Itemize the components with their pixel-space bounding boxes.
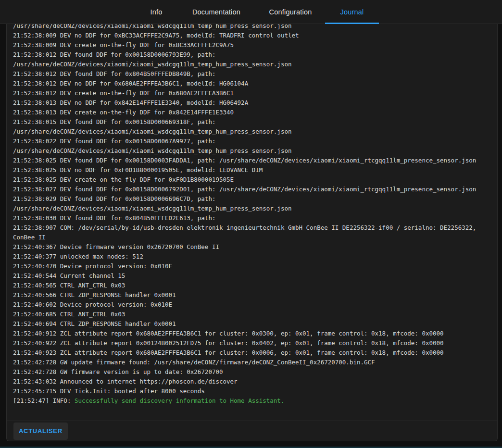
log-line: 21:52:38:025 DEV no DDF for 0xF0D1B80000…	[13, 165, 491, 175]
log-line: 21:52:40:694 CTRL ZDP_RESPONSE handler 0…	[13, 319, 491, 329]
tab-info[interactable]: Info	[136, 0, 177, 24]
log-line: /usr/share/deCONZ/devices/xiaomi/xiaomi_…	[13, 60, 491, 69]
log-line: 21:52:40:470 Device protocol version: 0x…	[13, 261, 491, 271]
log-line: 21:52:38:012 DEV found DDF for 0x00158D0…	[13, 50, 491, 60]
log-info-prefix: [21:52:47] INFO:	[13, 397, 75, 404]
log-line: 21:52:40:602 Device protocol version: 0x…	[13, 300, 491, 310]
log-line: 21:52:38:013 DEV create on-the-fly DDF f…	[13, 108, 491, 117]
log-line: 21:52:38:027 DEV found DDF for 0x00158D0…	[13, 185, 491, 194]
log-line: ConBee II	[13, 233, 491, 242]
log-line: 21:52:40:377 unlocked max nodes: 512	[13, 252, 491, 261]
log-line: 21:52:38:015 DEV found DDF for 0x00158D0…	[13, 117, 491, 127]
log-line: /usr/share/deCONZ/devices/xiaomi/xiaomi_…	[13, 127, 491, 137]
log-line: /usr/share/deCONZ/devices/xiaomi/xiaomi_…	[13, 146, 491, 156]
log-line: 21:52:38:907 COM: /dev/serial/by-id/usb-…	[13, 223, 491, 233]
log-line: 21:52:38:030 DEV found DDF for 0x804B50F…	[13, 213, 491, 223]
footer-actions: ACTUALISER	[7, 421, 497, 441]
log-line: 21:52:43:032 Announced to internet https…	[13, 377, 491, 386]
log-line: 21:52:38:012 DEV no DDF for 0x680AE2FFFE…	[13, 79, 491, 88]
tab-bar: InfoDocumentationConfigurationJournal	[0, 0, 502, 24]
log-line: 21:52:40:544 Current channel 15	[13, 271, 491, 281]
log-line: 21:52:42:728 GW update firmware found: /…	[13, 358, 491, 367]
log-line: 21:52:38:025 DEV create on-the-fly DDF f…	[13, 175, 491, 185]
log-line: 21:52:40:922 ZCL attribute report 0x0012…	[13, 338, 491, 348]
log-output[interactable]: /usr/share/deCONZ/devices/xiaomi/xiaomi_…	[7, 24, 497, 421]
log-line: 21:52:38:029 DEV found DDF for 0x00158D0…	[13, 194, 491, 204]
refresh-button[interactable]: ACTUALISER	[13, 423, 68, 440]
journal-card: /usr/share/deCONZ/devices/xiaomi/xiaomi_…	[6, 24, 498, 441]
log-line: 21:52:38:025 DEV found DDF for 0x00158D0…	[13, 156, 491, 165]
log-line: 21:52:42:728 GW firmware version is up t…	[13, 367, 491, 377]
log-line: 21:52:40:565 CTRL ANT_CTRL 0x03	[13, 281, 491, 290]
log-line: /usr/share/deCONZ/devices/xiaomi/xiaomi_…	[13, 204, 491, 213]
log-line: 21:52:38:022 DEV found DDF for 0x00158D0…	[13, 137, 491, 146]
log-line: /usr/share/deCONZ/devices/xiaomi/xiaomi_…	[13, 24, 491, 31]
log-line: 21:52:40:912 ZCL attribute report 0x680A…	[13, 329, 491, 338]
log-line: [21:52:47] INFO: Successfully send disco…	[13, 396, 491, 406]
log-success-text: Successfully send discovery information …	[75, 397, 285, 404]
log-line: 21:52:40:685 CTRL ANT_CTRL 0x03	[13, 310, 491, 319]
log-line: 21:52:40:367 Device firmware version 0x2…	[13, 242, 491, 252]
log-line: 21:52:40:923 ZCL attribute report 0x680A…	[13, 348, 491, 358]
log-line: 21:52:45:715 DEV Tick.Init: booted after…	[13, 386, 491, 396]
log-line: 21:52:38:012 DEV found DDF for 0x804B50F…	[13, 69, 491, 79]
tab-list: InfoDocumentationConfigurationJournal	[136, 0, 379, 24]
tab-configuration[interactable]: Configuration	[256, 0, 325, 24]
log-line: 21:52:38:013 DEV no DDF for 0x842E14FFFE…	[13, 98, 491, 108]
log-line: 21:52:38:009 DEV create on-the-fly DDF f…	[13, 40, 491, 50]
log-line: 21:52:38:012 DEV create on-the-fly DDF f…	[13, 88, 491, 98]
tab-journal[interactable]: Journal	[325, 0, 379, 24]
log-line: 21:52:40:566 CTRL ZDP_RESPONSE handler 0…	[13, 290, 491, 300]
log-line: 21:52:38:009 DEV no DDF for 0xBC33ACFFFE…	[13, 31, 491, 40]
tab-documentation[interactable]: Documentation	[177, 0, 256, 24]
